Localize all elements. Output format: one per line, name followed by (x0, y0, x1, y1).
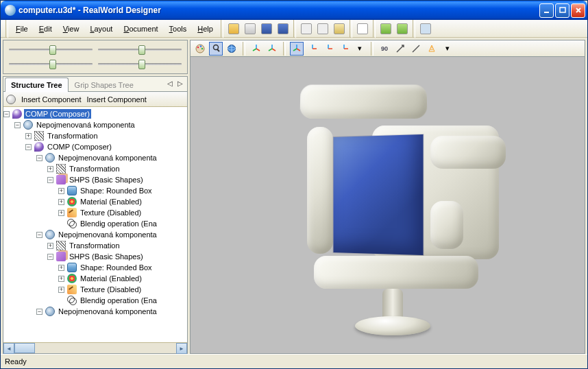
component-icon (23, 120, 33, 130)
tab-grip-shapes-tree[interactable]: Grip Shapes Tree (69, 78, 140, 92)
tree-hscroll[interactable]: ◄ ► (3, 342, 187, 353)
scroll-thumb[interactable] (14, 343, 35, 353)
app-icon (5, 5, 16, 16)
slider-panel (3, 40, 188, 74)
structure-tree[interactable]: −COMP (Composer) −Nepojmenovaná komponen… (3, 107, 187, 342)
svg-rect-1 (560, 8, 565, 12)
menu-tools[interactable]: Tools (164, 22, 193, 36)
svg-point-3 (197, 46, 199, 47)
paste-icon[interactable] (334, 23, 345, 34)
viewport-toolbar: ▾ 90 ▾ (191, 40, 585, 57)
vp-axis6-icon[interactable] (337, 42, 351, 56)
composer-icon (34, 142, 44, 152)
titlebar[interactable]: computer.u3d* - RealWorld Designer (1, 1, 587, 20)
save-icon[interactable] (261, 23, 272, 34)
menu-file[interactable]: File (10, 22, 34, 36)
tree-composer[interactable]: COMP (Composer) (46, 142, 113, 152)
tree-material[interactable]: Material (Enabled) (79, 274, 143, 283)
help-icon[interactable] (420, 23, 431, 34)
vp-axis2-icon[interactable] (265, 42, 279, 56)
tree-texture[interactable]: Texture (Disabled) (79, 208, 143, 217)
slider-4[interactable] (95, 57, 184, 71)
duplicate-icon[interactable] (245, 23, 256, 34)
blend-icon (67, 219, 77, 228)
vp-axis-icon[interactable] (249, 42, 263, 56)
vp-globe-icon[interactable] (225, 42, 238, 56)
tree-panel: Structure Tree Grip Shapes Tree ◁ ▷ Inse… (3, 76, 188, 354)
tree-component[interactable]: Nepojmenovaná komponenta (35, 120, 136, 130)
tab-structure-tree[interactable]: Structure Tree (5, 78, 69, 92)
shps-icon (56, 175, 66, 184)
shape-icon (67, 263, 77, 272)
slider-1[interactable] (6, 43, 95, 56)
vp-axis3-icon[interactable] (290, 42, 304, 56)
action1-icon[interactable] (380, 23, 391, 34)
action2-icon[interactable] (397, 23, 408, 34)
menu-view[interactable]: View (58, 22, 85, 36)
menu-help[interactable]: Help (192, 22, 219, 36)
svg-point-5 (201, 47, 203, 49)
3d-viewport[interactable] (191, 57, 585, 353)
vp-scale-icon[interactable] (393, 42, 407, 56)
vp-90-icon[interactable]: 90 (378, 42, 391, 56)
composer-icon (12, 109, 22, 119)
tree-shps[interactable]: SHPS (Basic Shapes) (68, 175, 145, 184)
vp-select-icon[interactable] (209, 42, 223, 56)
insert-component-1[interactable]: Insert Component (21, 95, 81, 104)
tree-component[interactable]: Nepojmenovaná komponenta (57, 230, 158, 239)
svg-line-13 (253, 49, 256, 51)
minimize-button[interactable] (539, 3, 554, 18)
vp-cone-icon[interactable] (425, 42, 439, 56)
treebar-icon-1[interactable] (6, 95, 16, 104)
tree-transform[interactable]: Transformation (68, 164, 121, 174)
menu-layout[interactable]: Layout (84, 22, 118, 36)
component-icon (45, 307, 55, 316)
tree-shape[interactable]: Shape: Rounded Box (79, 263, 154, 272)
tree-shape[interactable]: Shape: Rounded Box (79, 186, 154, 195)
component-icon (45, 153, 55, 163)
tree-texture[interactable]: Texture (Disabled) (79, 285, 143, 294)
tree-component[interactable]: Nepojmenovaná komponenta (57, 307, 158, 316)
component-icon (45, 230, 55, 239)
cut-icon[interactable] (301, 23, 312, 34)
tree-shps[interactable]: SHPS (Basic Shapes) (68, 252, 145, 261)
tree-root[interactable]: COMP (Composer) (24, 109, 91, 119)
menu-document[interactable]: Document (118, 22, 163, 36)
svg-point-2 (196, 45, 204, 53)
window: computer.u3d* - RealWorld Designer File … (0, 0, 588, 369)
tree-component[interactable]: Nepojmenovaná komponenta (57, 153, 158, 163)
close-button[interactable] (571, 3, 585, 18)
tree-blend[interactable]: Blendig operation (Ena (79, 219, 158, 228)
window-title: computer.u3d* - RealWorld Designer (19, 5, 539, 15)
blend-icon (67, 296, 77, 305)
viewport-panel: ▾ 90 ▾ (190, 40, 585, 354)
tree-transform[interactable]: Transformation (46, 131, 99, 141)
vp-dd2-icon[interactable]: ▾ (441, 42, 454, 56)
tree-transform[interactable]: Transformation (68, 241, 121, 250)
scroll-left-button[interactable]: ◄ (3, 343, 14, 354)
texture-icon (67, 208, 77, 217)
vp-palette-icon[interactable] (193, 42, 207, 56)
maximize-button[interactable] (555, 3, 569, 18)
copy-icon[interactable] (317, 23, 328, 34)
vp-dd1-icon[interactable]: ▾ (353, 42, 367, 56)
insert-component-2[interactable]: Insert Component (86, 95, 146, 104)
tree-material[interactable]: Material (Enabled) (79, 197, 143, 206)
menu-edit[interactable]: Edit (34, 22, 58, 36)
svg-line-7 (217, 49, 219, 51)
saveas-icon[interactable] (278, 23, 289, 34)
slider-3[interactable] (6, 57, 95, 71)
transform-icon (34, 131, 44, 141)
svg-line-16 (269, 49, 272, 51)
slider-2[interactable] (95, 43, 184, 56)
vp-axis5-icon[interactable] (321, 42, 335, 56)
doc-icon[interactable] (357, 23, 368, 34)
vp-axis4-icon[interactable] (306, 42, 319, 56)
open-icon[interactable] (228, 23, 239, 34)
tree-blend[interactable]: Blendig operation (Ena (79, 296, 158, 305)
tab-scroll-arrows[interactable]: ◁ ▷ (167, 80, 184, 87)
scroll-right-button[interactable]: ► (176, 343, 187, 354)
svg-rect-0 (544, 12, 549, 13)
shape-icon (67, 186, 77, 195)
vp-scale2-icon[interactable] (409, 42, 423, 56)
